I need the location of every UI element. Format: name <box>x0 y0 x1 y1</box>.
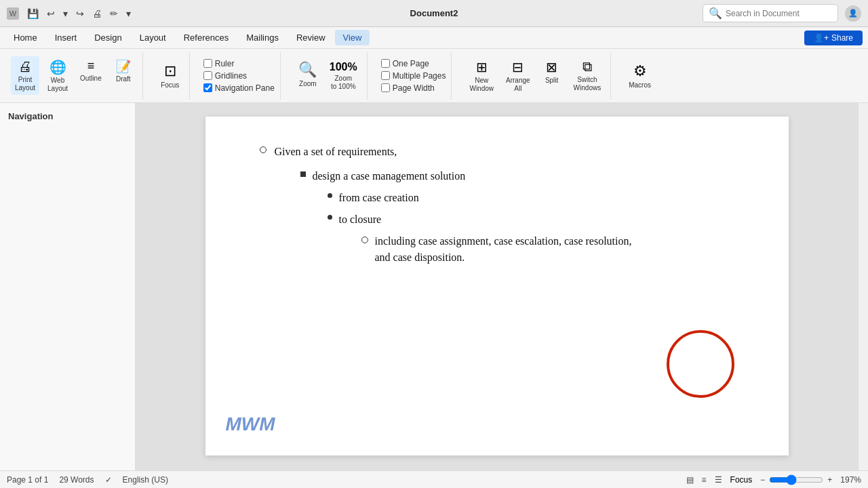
navigation-pane: Navigation <box>0 103 136 470</box>
zoom-range-input[interactable] <box>769 474 823 485</box>
print-layout-icon: 🖨 <box>18 59 32 75</box>
ribbon-views-buttons: 🖨 PrintLayout 🌐 WebLayout ≡ Outline 📝 Dr… <box>11 56 137 96</box>
document-area[interactable]: MWM Given a set of requirements, design … <box>136 103 858 470</box>
outline-btn[interactable]: ≡ Outline <box>76 56 106 85</box>
dot-bullet-2 <box>328 215 332 220</box>
ruler-checkbox-row[interactable]: Ruler <box>203 59 275 68</box>
menu-home[interactable]: Home <box>5 30 45 45</box>
document-title: Document2 <box>410 8 458 18</box>
redo-btn[interactable]: ↪ <box>73 7 87 20</box>
search-document-input[interactable] <box>726 9 832 18</box>
menu-design[interactable]: Design <box>86 30 130 45</box>
print-btn[interactable]: 🖨 <box>90 7 104 20</box>
line1-text: Given a set of requirements, <box>275 144 397 160</box>
page-width-checkbox[interactable] <box>381 83 390 92</box>
switch-windows-label: SwitchWindows <box>574 76 601 92</box>
circle-hollow-bullet <box>260 146 267 153</box>
draft-icon: 📝 <box>116 59 131 74</box>
menu-layout[interactable]: Layout <box>132 30 174 45</box>
undo-dropdown[interactable]: ▾ <box>60 7 71 20</box>
ruler-checkbox[interactable] <box>203 59 212 68</box>
print-layout-label: PrintLayout <box>15 76 35 92</box>
zoom-100-btn[interactable]: 100% Zoomto 100% <box>326 58 361 94</box>
language[interactable]: English (US) <box>123 475 168 485</box>
menu-references[interactable]: References <box>176 30 237 45</box>
undo-btn[interactable]: ↩ <box>44 7 58 20</box>
new-window-label: NewWindow <box>469 77 494 93</box>
page-width-row[interactable]: Page Width <box>381 83 446 93</box>
zoom-slider: − + <box>760 474 832 485</box>
line6-text: and case disposition. <box>375 251 465 263</box>
share-label: Share <box>831 33 853 43</box>
page-info: Page 1 of 1 <box>7 475 48 485</box>
list-item-level1: Given a set of requirements, <box>260 144 734 160</box>
layout-icon[interactable]: ▤ <box>686 475 694 485</box>
scrollbar[interactable] <box>858 103 868 470</box>
navigation-pane-checkbox-row[interactable]: Navigation Pane <box>203 83 275 93</box>
arrange-all-label: ArrangeAll <box>506 77 530 93</box>
level2-container: design a case management solution from c… <box>260 168 734 266</box>
zoom-in-icon[interactable]: + <box>827 475 832 485</box>
circle-hollow-bullet-2 <box>361 237 368 243</box>
focus-status-btn[interactable]: Focus <box>730 475 753 485</box>
line2-text: design a case management solution <box>313 168 466 184</box>
share-button[interactable]: 👤+ Share <box>804 30 863 45</box>
ribbon-focus-group: ⊡ Focus <box>151 52 190 100</box>
ribbon-show-group: Ruler Gridlines Navigation Pane <box>198 52 281 100</box>
macros-icon: ⚙ <box>633 62 647 80</box>
gridlines-checkbox-row[interactable]: Gridlines <box>203 71 275 81</box>
markup-btn[interactable]: ✏ <box>107 7 121 20</box>
user-avatar[interactable]: 👤 <box>845 5 861 22</box>
outline-label: Outline <box>80 75 102 83</box>
focus-label: Focus <box>161 81 179 89</box>
multiple-pages-checkbox[interactable] <box>381 71 390 80</box>
save-btn[interactable]: 💾 <box>24 7 41 20</box>
zoom-100-icon: 100% <box>330 61 357 73</box>
customize-btn[interactable]: ▾ <box>123 7 134 20</box>
menu-mailings[interactable]: Mailings <box>238 30 287 45</box>
macros-btn[interactable]: ⚙ Macros <box>625 60 655 92</box>
focus-btn[interactable]: ⊡ Focus <box>157 60 184 92</box>
arrange-all-btn[interactable]: ⊟ ArrangeAll <box>502 56 534 96</box>
focus-icon: ⊡ <box>164 62 176 80</box>
print-layout-btn[interactable]: 🖨 PrintLayout <box>11 56 39 95</box>
gridlines-checkbox[interactable] <box>203 71 212 80</box>
zoom-out-icon[interactable]: − <box>760 475 765 485</box>
new-window-btn[interactable]: ⊞ NewWindow <box>465 56 498 96</box>
split-icon: ⊠ <box>546 59 557 75</box>
one-page-label: One Page <box>393 59 429 68</box>
ribbon: 🖨 PrintLayout 🌐 WebLayout ≡ Outline 📝 Dr… <box>0 49 868 103</box>
statusbar-right: ▤ ≡ ☰ Focus − + 197% <box>686 474 861 485</box>
menu-insert[interactable]: Insert <box>47 30 85 45</box>
navigation-pane-checkbox[interactable] <box>203 83 212 92</box>
menubar: Home Insert Design Layout References Mai… <box>0 27 868 49</box>
proofing-icon[interactable]: ✓ <box>105 475 112 485</box>
menu-view[interactable]: View <box>335 30 370 45</box>
outline-icon-status[interactable]: ≡ <box>702 475 707 485</box>
titlebar-left: W 💾 ↩ ▾ ↪ 🖨 ✏ ▾ <box>7 7 136 20</box>
draft-btn[interactable]: 📝 Draft <box>110 56 137 86</box>
line4-text: to closure <box>339 211 382 228</box>
search-document-box[interactable]: 🔍 <box>703 4 838 22</box>
one-page-checkbox[interactable] <box>381 59 390 68</box>
zoom-btn[interactable]: 🔍 Zoom <box>294 58 321 91</box>
one-page-row[interactable]: One Page <box>381 59 446 68</box>
web-layout-icon: 🌐 <box>50 59 66 75</box>
menu-review[interactable]: Review <box>288 30 334 45</box>
ribbon-page-group: One Page Multiple Pages Page Width <box>376 52 452 100</box>
arrange-all-icon: ⊟ <box>512 59 524 75</box>
draft-label: Draft <box>116 75 131 83</box>
switch-windows-btn[interactable]: ⧉ SwitchWindows <box>570 56 606 95</box>
nav-pane-header: Navigation <box>5 108 130 124</box>
split-btn[interactable]: ⊠ Split <box>538 56 566 87</box>
web-layout-btn[interactable]: 🌐 WebLayout <box>43 56 72 96</box>
ribbon-views-group: 🖨 PrintLayout 🌐 WebLayout ≡ Outline 📝 Dr… <box>5 52 143 100</box>
level4-item: including case assignment, case escalati… <box>341 233 734 266</box>
multiple-pages-row[interactable]: Multiple Pages <box>381 71 446 81</box>
list-icon-status[interactable]: ☰ <box>715 475 722 485</box>
line3-text: from case creation <box>339 190 419 206</box>
split-label: Split <box>545 77 558 85</box>
show-checkboxes: Ruler Gridlines Navigation Pane <box>203 59 275 93</box>
level2-item: design a case management solution <box>287 168 734 184</box>
zoom-percent-display[interactable]: 197% <box>840 475 861 485</box>
